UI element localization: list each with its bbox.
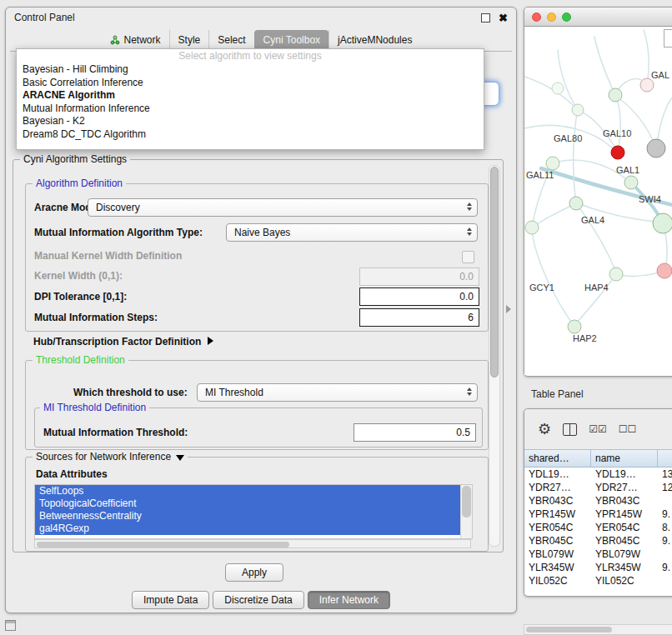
network-node[interactable]: [624, 176, 638, 189]
table-cell: 12: [658, 481, 672, 494]
network-canvas-svg[interactable]: GALGAL80GAL10GAL11GAL1SWI4GAL4GCY1HAP4HA…: [524, 27, 672, 375]
network-node-label: GAL10: [603, 128, 631, 138]
bottom-tab-discretize-data[interactable]: Discretize Data: [213, 591, 303, 609]
hub-definition-section[interactable]: Hub/Transcription Factor Definition: [33, 333, 213, 350]
network-node[interactable]: [552, 82, 564, 94]
network-node[interactable]: [569, 197, 583, 210]
table-row[interactable]: YER054CYER054C8.: [524, 521, 672, 534]
settings-scrollbar[interactable]: [489, 165, 500, 547]
data-attributes-list[interactable]: SelfLoopsTopologicalCoefficientBetweenne…: [34, 484, 473, 539]
algorithm-menu-item[interactable]: Dream8 DC_TDC Algorithm: [17, 128, 484, 142]
algorithm-definition-group: Algorithm Definition Aracne Mode: Discov…: [25, 183, 489, 332]
kernel-width-field: 0.0: [359, 268, 479, 286]
expand-right-icon: [208, 337, 213, 345]
network-scrollbar[interactable]: [664, 29, 672, 48]
table-cell: [658, 574, 672, 588]
manual-kernel-width-checkbox[interactable]: [462, 251, 474, 263]
window-zoom-button[interactable]: [562, 12, 571, 22]
network-view-window: GALGAL80GAL10GAL11GAL1SWI4GAL4GCY1HAP4HA…: [524, 7, 672, 377]
dpi-tolerance-label: DPI Tolerance [0,1]:: [34, 288, 127, 305]
network-edge: [594, 37, 615, 95]
window-close-button[interactable]: [532, 12, 541, 22]
network-node[interactable]: [611, 146, 624, 159]
data-attribute-item[interactable]: TopologicalCoefficient: [35, 498, 460, 510]
table-row[interactable]: YBR045CYBR045C9.: [524, 534, 672, 548]
table-row[interactable]: YDL19…YDL19…13: [524, 468, 672, 481]
network-node[interactable]: [546, 157, 559, 170]
collapse-down-icon[interactable]: [176, 455, 184, 461]
table-row[interactable]: YPR145WYPR145W9.: [524, 508, 672, 521]
table-cell: YBR045C: [591, 534, 658, 548]
network-node[interactable]: [525, 221, 539, 234]
which-threshold-select[interactable]: MI Threshold: [197, 383, 478, 402]
dpi-tolerance-field[interactable]: 0.0: [359, 288, 479, 306]
table-cell: YBR043C: [591, 494, 658, 508]
attribute-list-hscrollbar-thumb[interactable]: [37, 542, 289, 548]
network-node[interactable]: [657, 263, 672, 278]
select-all-icon[interactable]: ☑☑: [589, 423, 607, 435]
settings-scrollbar-thumb[interactable]: [490, 167, 499, 378]
table-column-header[interactable]: shared…: [524, 450, 591, 467]
manual-kernel-width-label: Manual Kernel Width Definition: [34, 248, 182, 264]
close-panel-icon[interactable]: ✖: [499, 12, 508, 24]
panel-corner-icon[interactable]: [5, 620, 16, 631]
network-node-label: HAP2: [573, 333, 597, 343]
apply-button[interactable]: Apply: [225, 563, 283, 582]
table-cell: YDL19…: [524, 468, 591, 481]
tab-label: jActiveMNodules: [338, 34, 412, 46]
table-row[interactable]: YBL079WYBL079W: [524, 548, 672, 561]
algorithm-menu-item[interactable]: Basic Correlation Inference: [17, 77, 484, 90]
combo-arrows-icon: [467, 202, 472, 211]
network-node-label: GCY1: [529, 282, 554, 292]
table-horizontal-scrollbar-thumb[interactable]: [526, 627, 612, 632]
mi-threshold-field[interactable]: 0.5: [354, 423, 476, 442]
network-node-label: GAL1: [616, 165, 639, 175]
aracne-mode-select[interactable]: Discovery: [88, 198, 478, 217]
table-cell: YBL079W: [524, 548, 591, 561]
table-cell: 9.: [658, 561, 672, 574]
float-panel-icon[interactable]: [481, 13, 490, 22]
table-row[interactable]: YBR043CYBR043C: [524, 494, 672, 508]
network-node[interactable]: [609, 268, 623, 281]
network-window-titlebar[interactable]: [524, 8, 672, 27]
table-column-header[interactable]: name: [591, 450, 658, 467]
gear-icon[interactable]: ⚙: [538, 420, 551, 438]
sources-title-text: Sources for Network Inference: [36, 451, 171, 462]
algorithm-menu-item[interactable]: ARACNE Algorithm: [17, 89, 484, 102]
data-attribute-item[interactable]: BetweennessCentrality: [35, 510, 460, 522]
attribute-list-scrollbar[interactable]: [460, 485, 472, 538]
panel-splitter-arrow-icon[interactable]: [506, 305, 511, 313]
bottom-tab-impute-data[interactable]: Impute Data: [132, 591, 209, 609]
table-row[interactable]: YIL052CYIL052C: [524, 574, 672, 588]
network-node[interactable]: [653, 213, 672, 233]
algorithm-menu-item[interactable]: Bayesian - K2: [17, 115, 484, 128]
settings-group-title: Cyni Algorithm Settings: [20, 153, 130, 165]
table-row[interactable]: YDR27…YDR27…12: [524, 481, 672, 494]
network-node[interactable]: [647, 139, 665, 158]
table-cell: YDR27…: [591, 481, 658, 494]
network-node[interactable]: [640, 78, 654, 92]
attribute-list-hscrollbar[interactable]: [34, 539, 471, 548]
algorithm-menu-item[interactable]: Bayesian - Hill Climbing: [17, 63, 484, 77]
table-horizontal-scrollbar[interactable]: [524, 624, 672, 635]
mi-algorithm-type-value: Naive Bayes: [234, 227, 290, 238]
mi-steps-field[interactable]: 6: [359, 308, 479, 327]
window-minimize-button[interactable]: [547, 12, 556, 22]
attribute-list-scrollbar-thumb[interactable]: [462, 486, 471, 518]
network-node[interactable]: [609, 88, 622, 102]
clear-selection-icon[interactable]: ☐☐: [619, 423, 637, 435]
table-row[interactable]: YLR345WYLR345W9.: [524, 561, 672, 574]
network-edge: [576, 274, 616, 323]
table-column-header[interactable]: [658, 450, 672, 467]
mi-algorithm-type-select[interactable]: Naive Bayes: [226, 223, 478, 242]
data-attribute-item[interactable]: gal4RGexp: [35, 522, 460, 535]
bottom-tab-infer-network[interactable]: Infer Network: [308, 591, 390, 609]
network-node[interactable]: [568, 320, 581, 333]
column-selector-icon[interactable]: [563, 423, 577, 436]
table-cell: YDR27…: [524, 481, 591, 494]
data-attribute-item[interactable]: SelfLoops: [35, 485, 460, 498]
algorithm-menu-item[interactable]: Mutual Information Inference: [17, 102, 484, 116]
table-cell: YLR345W: [591, 561, 658, 574]
network-node[interactable]: [572, 104, 584, 116]
network-canvas[interactable]: GALGAL80GAL10GAL11GAL1SWI4GAL4GCY1HAP4HA…: [524, 27, 672, 375]
